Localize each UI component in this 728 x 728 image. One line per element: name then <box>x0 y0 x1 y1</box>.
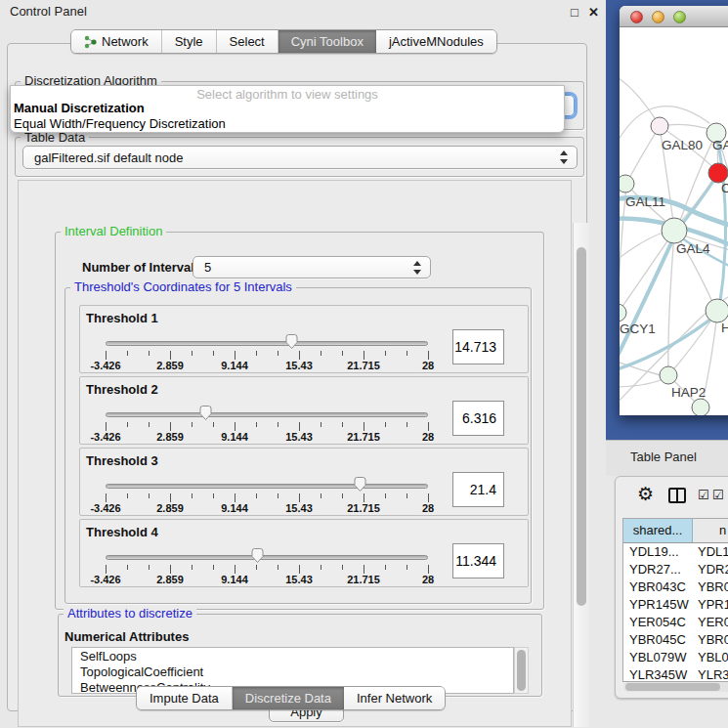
select-columns-icon[interactable]: ☑ <box>698 488 709 502</box>
table-horizontal-scrollbar-thumb[interactable] <box>625 683 720 691</box>
cell-shared-name[interactable]: YBR045C <box>623 631 693 649</box>
slider-tick <box>342 422 343 427</box>
cell-shared-name[interactable]: YBR043C <box>623 578 693 596</box>
threshold-value-field[interactable]: 21.4 <box>452 472 504 507</box>
bottom-tab-label: Infer Network <box>357 691 432 706</box>
threshold-slider-thumb[interactable] <box>284 333 299 350</box>
slider-tick <box>299 422 300 431</box>
tab-style[interactable]: Style <box>162 30 217 53</box>
threshold-value-field[interactable]: 14.713 <box>452 329 504 364</box>
select-rows-icon[interactable]: ☑ <box>712 488 724 502</box>
cell-name[interactable]: YLR3 <box>693 666 728 682</box>
table-row[interactable]: YDL19...YDL1 <box>623 543 728 561</box>
cell-shared-name[interactable]: YDR27... <box>623 561 693 578</box>
cell-name[interactable]: YBR0 <box>693 578 728 596</box>
network-node[interactable] <box>620 175 634 193</box>
threshold-value-field[interactable]: 6.316 <box>452 401 504 436</box>
table-panel-header: Table Panel <box>606 440 728 476</box>
tab-network[interactable]: Network <box>71 30 162 53</box>
tab-jactivemnodules[interactable]: jActiveMNodules <box>376 30 496 53</box>
attribute-list-item[interactable]: TopologicalCoefficient <box>72 664 513 679</box>
cell-name[interactable]: YER0 <box>693 614 728 631</box>
network-edge <box>620 377 666 387</box>
threshold-slider-thumb[interactable] <box>353 476 367 492</box>
table-panel: ⚙ ☑ ☑ shared... n YDL19...YDL1YDR27...YD… <box>615 476 728 699</box>
cell-name[interactable]: YDR2 <box>693 561 728 578</box>
algorithm-placeholder-item[interactable]: Select algorithm to view settings <box>11 86 564 101</box>
gear-icon[interactable]: ⚙ <box>637 485 654 504</box>
table-row[interactable]: YPR145WYPR1 <box>623 596 728 614</box>
slider-tick-label: 15.43 <box>285 574 313 585</box>
split-view-icon[interactable] <box>668 488 686 503</box>
threshold-slider-track[interactable] <box>106 412 428 417</box>
bottom-tab-impute-data[interactable]: Impute Data <box>137 687 233 709</box>
cell-shared-name[interactable]: YLR345W <box>623 666 693 682</box>
cell-shared-name[interactable]: YER054C <box>623 614 693 631</box>
table-row[interactable]: YBL079WYBL0 <box>623 649 728 666</box>
bottom-tab-label: Impute Data <box>150 691 219 706</box>
column-header-name[interactable]: n <box>693 519 728 542</box>
network-node[interactable] <box>708 163 728 183</box>
close-icon[interactable]: ✕ <box>588 5 599 20</box>
close-traffic-light[interactable] <box>630 11 643 23</box>
algorithm-item-manual[interactable]: Manual Discretization <box>11 101 564 116</box>
tab-cyni-toolbox[interactable]: Cyni Toolbox <box>278 30 376 53</box>
threshold-slider-thumb[interactable] <box>250 547 265 564</box>
settings-scrollbar[interactable] <box>573 223 589 727</box>
cell-name[interactable]: YPR1 <box>693 596 728 614</box>
slider-tick-label: 9.144 <box>221 431 248 443</box>
network-window-titlebar[interactable] <box>620 6 728 27</box>
threshold-slider-thumb[interactable] <box>198 405 213 421</box>
float-window-icon[interactable]: □ <box>571 5 578 20</box>
network-node[interactable] <box>692 399 709 415</box>
minimize-traffic-light[interactable] <box>652 11 664 23</box>
zoom-traffic-light[interactable] <box>673 11 686 23</box>
slider-tick <box>342 565 343 570</box>
slider-tick-label: 9.144 <box>221 574 248 585</box>
network-edge <box>627 126 660 182</box>
threshold-slider-track[interactable] <box>106 341 428 346</box>
bottom-tab-infer-network[interactable]: Infer Network <box>344 687 445 709</box>
table-row[interactable]: YDR27...YDR2 <box>623 561 728 578</box>
table-row[interactable]: YLR345WYLR3 <box>623 666 728 682</box>
tab-label: jActiveMNodules <box>389 34 484 49</box>
cell-name[interactable]: YDL1 <box>693 543 728 561</box>
network-view-canvas[interactable]: GAL80GACGAL11GAL4GCY1HHAP2 <box>620 27 728 415</box>
cell-shared-name[interactable]: YDL19... <box>623 543 693 561</box>
slider-tick-label: 21.715 <box>347 431 380 443</box>
column-header-shared-name[interactable]: shared... <box>623 519 693 542</box>
settings-scrollbar-thumb[interactable] <box>577 247 586 606</box>
bottom-tab-discretize-data[interactable]: Discretize Data <box>233 687 344 709</box>
network-node[interactable] <box>620 304 626 321</box>
settings-scroll-viewport: Interval Definition Number of Intervals … <box>18 180 572 727</box>
network-node[interactable] <box>660 366 677 384</box>
network-node-label: GAL4 <box>676 241 710 256</box>
slider-tick <box>407 422 407 427</box>
cell-name[interactable]: YBR0 <box>693 631 728 649</box>
attributes-list-scrollbar[interactable] <box>514 647 529 694</box>
algorithm-item-equal-width[interactable]: Equal Width/Frequency Discretization <box>11 116 564 132</box>
number-of-intervals-spinner[interactable]: 5 <box>193 256 431 278</box>
table-row[interactable]: YER054CYER0 <box>623 614 728 631</box>
table-data-combobox[interactable]: galFiltered.sif default node <box>22 146 578 169</box>
cell-shared-name[interactable]: YBL079W <box>623 649 693 666</box>
threshold-slider-track[interactable] <box>106 555 428 560</box>
tab-select[interactable]: Select <box>217 30 278 53</box>
network-node[interactable] <box>662 218 687 243</box>
network-node[interactable] <box>651 117 668 135</box>
table-row[interactable]: YBR043CYBR0 <box>623 578 728 596</box>
attributes-list-scrollbar-thumb[interactable] <box>517 650 526 691</box>
threshold-value-field[interactable]: 11.344 <box>452 543 504 578</box>
threshold-slider-track[interactable] <box>106 484 428 489</box>
cell-shared-name[interactable]: YPR145W <box>623 596 693 614</box>
table-row[interactable]: YBR045CYBR0 <box>623 631 728 649</box>
threshold-panel: Threshold 2 6.316 -3.4262.8599.14415.432… <box>79 376 529 445</box>
attribute-list-item[interactable]: SelfLoops <box>72 648 513 664</box>
network-node[interactable] <box>706 299 728 322</box>
slider-tick <box>149 565 150 570</box>
slider-tick <box>106 493 107 502</box>
cell-name[interactable]: YBL0 <box>693 649 728 666</box>
slider-tick <box>299 351 300 360</box>
slider-tick <box>192 351 193 356</box>
table-horizontal-scrollbar[interactable] <box>623 682 728 692</box>
